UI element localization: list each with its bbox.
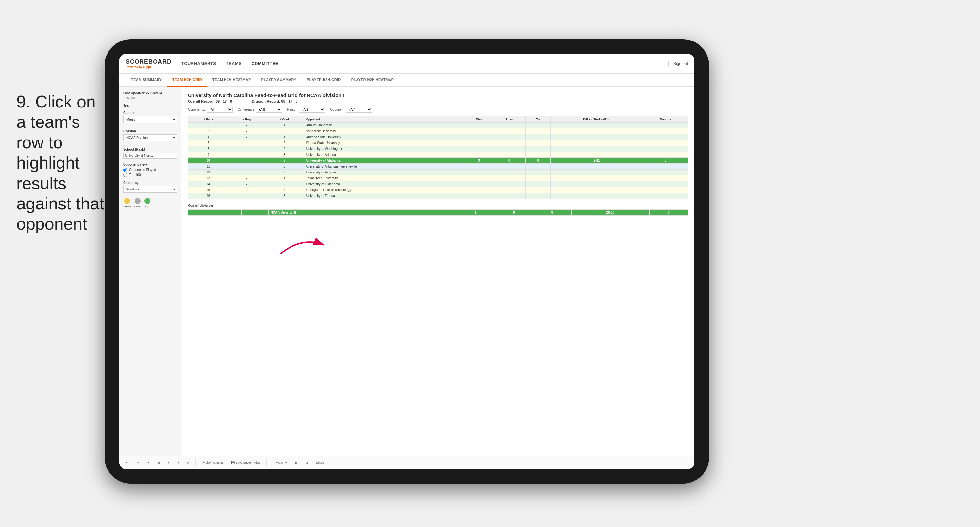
cell-diff (550, 123, 643, 128)
cell-tie (526, 187, 550, 193)
table-row[interactable]: 4-1Arizona State University (188, 134, 688, 140)
cell-rounds (643, 134, 687, 140)
cell-reg: - (229, 193, 265, 199)
cell-reg: - (229, 175, 265, 182)
cell-conf: 1 (265, 175, 304, 182)
cell-opponent: Texas Tech University (304, 175, 465, 182)
table-row[interactable]: 6-2Florida State University (188, 140, 688, 146)
filter-conference-select[interactable]: (All) (256, 107, 282, 113)
cell-rounds (643, 182, 687, 187)
legend-up-dot (145, 198, 150, 204)
tab-team-h2h-heatmap[interactable]: TEAM H2H HEATMAP (207, 73, 256, 87)
table-row[interactable]: 2-1Auburn University (188, 123, 688, 128)
toolbar-refresh[interactable]: ⟳ (145, 460, 152, 465)
cell-conf: 5 (265, 158, 304, 164)
col-diff: Diff Av Strokes/Rnd (550, 116, 643, 123)
main-content: Last Updated: 27/03/2024 16:55:38 Team G… (119, 87, 694, 456)
cell-reg: - (229, 128, 265, 134)
cell-opponent: University of Washington (304, 146, 465, 152)
cell-loss (493, 146, 526, 152)
cell-rank: 6 (188, 140, 229, 146)
cell-win (465, 140, 493, 146)
toolbar-target[interactable]: ◎ (185, 460, 191, 465)
table-row[interactable]: 10-5University of Alabama3002.618 (188, 158, 688, 164)
toolbar-share[interactable]: Share (314, 460, 326, 465)
toolbar-separator-1 (196, 459, 196, 466)
legend-down: Down (123, 198, 131, 208)
cell-diff (550, 128, 643, 134)
table-row[interactable]: 13-1Texas Tech University (188, 175, 688, 182)
cell-rank: 8 (188, 146, 229, 152)
nav-tournaments[interactable]: TOURNAMENTS (181, 60, 216, 67)
cell-opponent: Florida State University (304, 140, 465, 146)
radio-top100[interactable]: Top 100 (123, 173, 177, 177)
toolbar-redo[interactable]: ↪ (135, 460, 141, 465)
toolbar-save-custom-view[interactable]: 💾 Save Custom View (229, 460, 262, 465)
col-rounds: Rounds (643, 116, 687, 123)
cell-win: 3 (465, 158, 493, 164)
toolbar-screen[interactable]: 🖥 (293, 460, 300, 465)
radio-opponents-played[interactable]: Opponents Played (123, 167, 177, 172)
table-row[interactable]: 9-3University of Arizona (188, 152, 688, 158)
cell-win (465, 175, 493, 182)
toolbar-watch[interactable]: 👁 Watch ▾ (270, 460, 289, 465)
cell-opponent: University of Alabama (304, 158, 465, 164)
cell-conf: 2 (265, 146, 304, 152)
h2h-grid-table: # Rank # Reg # Conf Opponent Win Loss Ti… (188, 116, 688, 199)
cell-diff (550, 187, 643, 193)
table-row[interactable]: 15-4Georgia Institute of Technology (188, 187, 688, 193)
filter-opponents-select[interactable]: (All) (207, 107, 233, 113)
tablet-device: SCOREBOARD Powered by clippi TOURNAMENTS… (105, 39, 709, 484)
ood-diff: 26.00 (571, 210, 649, 216)
tab-team-summary[interactable]: TEAM SUMMARY (126, 73, 167, 87)
filter-region-select[interactable]: (All) (299, 107, 325, 113)
cell-diff (550, 134, 643, 140)
toolbar-fit[interactable]: ⟵ · ⟶ (166, 460, 181, 465)
nav-items: TOURNAMENTS TEAMS COMMITTEE (181, 60, 668, 67)
toolbar-grid[interactable]: ⊞ (156, 460, 162, 465)
table-row[interactable]: 11-6University of Arkansas, Fayetteville (188, 164, 688, 170)
cell-loss (493, 175, 526, 182)
cell-reg: - (229, 134, 265, 140)
division-select[interactable]: NCAA Division I (123, 134, 177, 141)
tab-player-h2h-grid[interactable]: PLAYER H2H GRID (302, 73, 346, 87)
tab-player-h2h-heatmap[interactable]: PLAYER H2H HEATMAP (346, 73, 399, 87)
legend-row: Down Level Up (123, 198, 177, 208)
table-row[interactable]: 14-2University of Oklahoma (188, 182, 688, 187)
table-row[interactable]: 3-2Vanderbilt University (188, 128, 688, 134)
gender-label: Gender (123, 111, 177, 115)
tab-team-h2h-grid[interactable]: TEAM H2H GRID (167, 73, 207, 87)
table-row[interactable]: 12-3University of Virginia (188, 170, 688, 175)
table-row[interactable]: 8-2University of Washington (188, 146, 688, 152)
ood-rank (188, 210, 215, 216)
logo-scoreboard: SCOREBOARD (126, 59, 172, 65)
nav-teams[interactable]: TEAMS (226, 60, 242, 67)
cell-rounds (643, 128, 687, 134)
tab-player-summary[interactable]: PLAYER SUMMARY (256, 73, 302, 87)
cell-tie (526, 128, 550, 134)
legend-level: Level (134, 198, 141, 208)
cell-rounds (643, 152, 687, 158)
col-opponent: Opponent (304, 116, 465, 123)
sign-out-button[interactable]: Sign out (668, 61, 688, 66)
cell-tie (526, 175, 550, 182)
step-number: 9. (16, 92, 30, 111)
toolbar-undo[interactable]: ↩ (124, 460, 131, 465)
cell-reg: - (229, 170, 265, 175)
toolbar-view-original[interactable]: 👁 View: Original (200, 460, 226, 465)
out-of-division-row[interactable]: NCAA Division II 1 0 0 26.00 3 (188, 210, 688, 216)
cell-conf: 3 (265, 152, 304, 158)
toolbar-layout[interactable]: ⊡ (304, 460, 310, 465)
filter-opponent-select[interactable]: (All) (346, 107, 372, 113)
cell-conf: 3 (265, 170, 304, 175)
instruction-text: 9. Click on a team's row to highlight re… (16, 91, 108, 234)
col-rank: # Rank (188, 116, 229, 123)
cell-reg: - (229, 187, 265, 193)
cell-diff (550, 152, 643, 158)
colour-by-select[interactable]: Win/loss (123, 186, 177, 193)
out-of-division-label: Out of division (188, 204, 688, 207)
gender-select[interactable]: Men's (123, 116, 177, 123)
table-row[interactable]: 16-3University of Florida (188, 193, 688, 199)
nav-committee[interactable]: COMMITTEE (251, 60, 278, 67)
cell-opponent: University of Arizona (304, 152, 465, 158)
